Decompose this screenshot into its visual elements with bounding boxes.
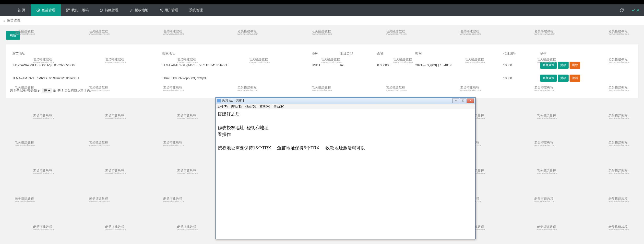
pager-perpage-post: 条 (53, 88, 56, 93)
nav-qr-label: 我的二维码 (72, 8, 89, 12)
watermark: 老吴搭建教程www.weixianlive.com (608, 225, 629, 231)
watermark: 老吴搭建教程www.weixianlive.com (33, 114, 54, 120)
th-addr-type: 地址类型 (338, 48, 375, 59)
watermark: 老吴搭建教程www.weixianlive.com (534, 141, 555, 147)
withdraw-button[interactable]: 提款 (558, 62, 568, 69)
activate-button[interactable]: 激活 (570, 75, 580, 82)
watermark: 老吴搭建教程www.weixianlive.com (537, 169, 558, 175)
nav-home-label: 首 页 (18, 8, 26, 12)
menu-format[interactable]: 格式(O) (245, 104, 256, 109)
watermark: 老吴搭建教程www.weixianlive.com (33, 169, 54, 175)
reload-icon[interactable] (619, 8, 624, 13)
watermark: 老吴搭建教程www.weixianlive.com (15, 197, 36, 203)
nav-system-label: 系统管理 (189, 8, 203, 12)
notepad-body[interactable]: 搭建好之后 修改授权地址 秘钥和地址 看操作 授权地址需要保持15个TRX 鱼苗… (216, 109, 475, 239)
data-table-wrap: 鱼苗地址 授权地址 币种 地址类型 余额 时间 代理编号 操作 TJq7zAWA… (6, 44, 638, 98)
watermark: 老吴搭建教程www.weixianlive.com (163, 141, 184, 147)
notepad-icon (217, 99, 221, 103)
cell-agent_id: 10000 (501, 59, 538, 72)
nav-fish-label: 鱼苗管理 (42, 8, 55, 12)
cell-addr_type (338, 72, 375, 85)
svg-point-4 (130, 10, 131, 11)
menu-edit[interactable]: 编辑(E) (231, 104, 242, 109)
watermark: 老吴搭建教程www.weixianlive.com (15, 141, 36, 147)
nav-fish[interactable]: 鱼苗管理 (31, 4, 61, 16)
delete-button[interactable]: 删除 (570, 62, 580, 69)
th-coin: 币种 (309, 48, 338, 59)
pager-perpage-select[interactable]: 20 (42, 88, 52, 93)
cell-actions: 余额查询提款激活 (538, 72, 634, 85)
pager-perpage-pre: 每页显示 (28, 88, 40, 93)
cell-auth_addr: TKmFF1w5nN7dpbBCQcxMpX (160, 72, 310, 85)
menu-view[interactable]: 查看(V) (260, 104, 270, 109)
menu-file[interactable]: 文件(F) (217, 104, 228, 109)
watermark: 老吴搭建教程www.weixianlive.com (89, 197, 110, 203)
nav-home[interactable]: 首 页 (12, 4, 31, 16)
th-time: 时间 (413, 48, 501, 59)
watermark: 老吴搭建教程www.weixianlive.com (537, 225, 558, 231)
nav-right-user[interactable]: 米 (636, 8, 640, 12)
menu-help[interactable]: 帮助(H) (274, 104, 284, 109)
breadcrumb: » 鱼苗管理 (0, 16, 644, 25)
cell-auth_addr: TLMAkAMT3ZaEgMhdSEr2RtUm3M18dJe36H (160, 59, 310, 72)
maximize-button[interactable]: ☐ (460, 99, 466, 103)
notepad-titlebar[interactable]: 教程.txt - 记事本 ─ ☐ ✕ (216, 98, 475, 104)
watermark: 老吴搭建教程www.weixianlive.com (608, 169, 629, 175)
balance-query-button[interactable]: 余额查询 (540, 75, 557, 82)
check-icon (632, 8, 636, 12)
cell-addr_type: trc (338, 59, 375, 72)
cell-agent_id: 10000 (501, 72, 538, 85)
nav-auth-label: 授权地址 (135, 8, 148, 12)
balance-query-button[interactable]: 余额查询 (540, 62, 557, 69)
notepad-window[interactable]: 教程.txt - 记事本 ─ ☐ ✕ 文件(F) 编辑(E) 格式(O) 查看(… (216, 97, 476, 239)
nav-auth[interactable]: 授权地址 (124, 4, 154, 16)
watermark: 老吴搭建教程www.weixianlive.com (534, 197, 555, 203)
data-table: 鱼苗地址 授权地址 币种 地址类型 余额 时间 代理编号 操作 TJq7zAWA… (10, 48, 634, 85)
svg-point-5 (160, 9, 162, 10)
cell-balance: 0.000000 (375, 59, 413, 72)
cell-fry_addr: TJq7zAWAk79FGSKX2DZjKHGo2b5fjVSO6J (10, 59, 160, 72)
watermark: 老吴搭建教程www.weixianlive.com (105, 169, 126, 175)
breadcrumb-text: 鱼苗管理 (7, 18, 20, 23)
key-icon (129, 8, 133, 12)
clock-icon (36, 8, 40, 12)
watermark: 老吴搭建教程www.weixianlive.com (105, 114, 126, 120)
cell-coin (309, 72, 338, 85)
th-auth-addr: 授权地址 (160, 48, 310, 59)
cell-balance (375, 72, 413, 85)
nav-user-label: 用户管理 (164, 8, 178, 12)
qr-icon (66, 8, 70, 12)
watermark: 老吴搭建教程www.weixianlive.com (177, 169, 198, 175)
refresh-button[interactable]: 刷新 (6, 31, 20, 40)
watermark: 老吴搭建教程www.weixianlive.com (608, 197, 629, 203)
nav-qr[interactable]: 我的二维码 (61, 4, 94, 16)
close-button[interactable]: ✕ (467, 99, 474, 103)
cell-coin: USDT (309, 59, 338, 72)
watermark: 老吴搭建教程www.weixianlive.com (608, 114, 629, 120)
nav-system[interactable]: 系统管理 (184, 4, 208, 16)
th-actions: 操作 (538, 48, 634, 59)
svg-rect-1 (66, 9, 68, 10)
pager-suffix: 共 1 页当前显示第 1 页。 (58, 88, 93, 93)
th-agent-id: 代理编号 (501, 48, 538, 59)
watermark: 老吴搭建教程www.weixianlive.com (33, 225, 54, 231)
angle-icon: » (4, 18, 6, 22)
svg-rect-2 (68, 9, 70, 10)
withdraw-button[interactable]: 提款 (558, 75, 568, 82)
nav-transfer[interactable]: 转账管理 (94, 4, 124, 16)
user-icon (159, 8, 163, 12)
nav-user[interactable]: 用户管理 (154, 4, 184, 16)
pager-total: 共 2 条记录 (10, 88, 26, 93)
minimize-button[interactable]: ─ (452, 99, 459, 103)
watermark: 老吴搭建教程www.weixianlive.com (608, 141, 629, 147)
top-nav: 首 页 鱼苗管理 我的二维码 转账管理 授权地址 用户管理 系统管理 米 (0, 4, 644, 16)
table-row: TLMAkAMT3ZaEgMhdSEr2RtUm3M18dJe36HTKmFF1… (10, 72, 634, 85)
cell-time (413, 72, 501, 85)
th-fry-addr: 鱼苗地址 (10, 48, 160, 59)
watermark: 老吴搭建教程www.weixianlive.com (537, 114, 558, 120)
svg-rect-3 (66, 10, 68, 12)
watermark: 老吴搭建教程www.weixianlive.com (163, 197, 184, 203)
watermark: 老吴搭建教程www.weixianlive.com (105, 225, 126, 231)
watermark: 老吴搭建教程www.weixianlive.com (89, 141, 110, 147)
refresh-icon (100, 8, 103, 12)
